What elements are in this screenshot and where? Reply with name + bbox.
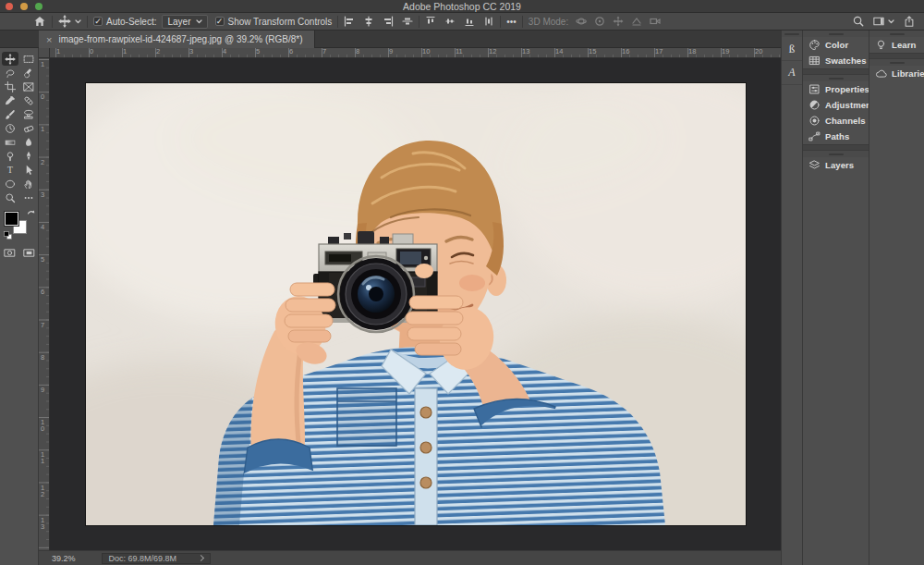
3d-orbit-icon[interactable] xyxy=(576,16,587,27)
panel-channels[interactable]: Channels xyxy=(803,113,869,129)
move-tool-preset[interactable] xyxy=(58,15,81,28)
horizontal-ruler[interactable]: 101234567891011121314151617181920 xyxy=(50,48,781,58)
color-swatches xyxy=(2,210,37,241)
tool-move[interactable] xyxy=(2,52,18,66)
tool-ellipse-shape[interactable] xyxy=(2,177,18,190)
3d-pan-icon[interactable] xyxy=(613,16,624,27)
v-ruler-label: 5 xyxy=(41,256,44,263)
align-right-edges-icon[interactable] xyxy=(383,16,394,27)
dock-grip[interactable] xyxy=(869,59,924,66)
tool-panel: T xyxy=(0,48,39,565)
status-chevron-icon[interactable] xyxy=(197,555,203,561)
dodge-tool-icon xyxy=(5,151,16,162)
3d-roll-icon[interactable] xyxy=(594,16,605,27)
canvas-document[interactable] xyxy=(86,83,746,525)
tool-gradient[interactable] xyxy=(2,135,18,149)
tool-dodge[interactable] xyxy=(2,149,18,163)
tool-lasso[interactable] xyxy=(2,66,18,80)
tool-brush[interactable] xyxy=(2,107,18,121)
ellipse-tool-icon xyxy=(5,178,16,190)
share-icon[interactable] xyxy=(904,16,915,27)
home-button[interactable] xyxy=(33,15,46,28)
dock-grip[interactable] xyxy=(782,31,802,37)
tool-edit-toolbar[interactable] xyxy=(20,190,37,204)
v-ruler-label: 1 xyxy=(41,61,44,68)
auto-select-target-dropdown[interactable]: Layer xyxy=(162,15,207,29)
panel-character[interactable]: A xyxy=(782,61,802,85)
pasteboard[interactable] xyxy=(50,58,781,550)
distribute-bottom-edges-icon[interactable] xyxy=(464,16,475,27)
dock-grip[interactable] xyxy=(803,151,869,157)
collapsed-icon-strip: ß A xyxy=(781,31,802,565)
align-horizontal-centers-icon[interactable] xyxy=(363,16,374,27)
clone-stamp-tool-icon xyxy=(23,109,34,120)
tool-clone-stamp[interactable] xyxy=(20,107,37,121)
tool-zoom[interactable] xyxy=(2,190,18,204)
tool-blur[interactable] xyxy=(20,135,37,149)
crop-tool-icon xyxy=(5,81,16,92)
tool-eyedropper[interactable] xyxy=(2,93,18,107)
dock-grip[interactable] xyxy=(803,31,869,37)
panel-layers[interactable]: Layers xyxy=(803,157,869,173)
h-ruler-label: 13 xyxy=(522,48,529,55)
zoom-level-field[interactable]: 39.2% xyxy=(52,554,76,563)
panel-glyphs[interactable]: ß xyxy=(782,37,802,61)
screen-mode-icon[interactable] xyxy=(23,247,35,259)
channels-panel-icon xyxy=(808,115,821,127)
document-tab[interactable]: × image-from-rawpixel-id-424687-jpeg.jpg… xyxy=(39,31,315,48)
dock-grip[interactable] xyxy=(869,31,924,37)
distribute-vertical-centers-icon[interactable] xyxy=(444,16,456,27)
tool-history-brush[interactable] xyxy=(2,121,18,135)
3d-camera-icon[interactable] xyxy=(650,16,661,27)
panel-color[interactable]: Color xyxy=(803,37,869,53)
tool-type[interactable]: T xyxy=(2,163,18,177)
swap-colors-icon[interactable] xyxy=(27,210,35,218)
tool-pen[interactable] xyxy=(20,149,37,163)
tool-path-selection[interactable] xyxy=(20,163,37,177)
tool-rectangular-marquee[interactable] xyxy=(20,52,37,66)
distribute-horizontal-centers-icon[interactable] xyxy=(483,16,494,27)
foreground-color-swatch[interactable] xyxy=(5,212,18,226)
distribute-top-edges-icon[interactable] xyxy=(425,16,436,27)
panel-learn[interactable]: Learn xyxy=(869,37,924,53)
traffic-lights xyxy=(6,3,43,10)
vertical-ruler[interactable]: 101234567891 01 11 21 31 4 xyxy=(39,58,50,550)
h-ruler-label: 11 xyxy=(456,48,463,55)
tool-spot-healing-brush[interactable] xyxy=(20,93,37,107)
3d-slide-icon[interactable] xyxy=(631,16,642,27)
panel-paths[interactable]: Paths xyxy=(803,129,869,144)
tab-close-icon[interactable]: × xyxy=(46,34,52,45)
panel-adjustments[interactable]: Adjustments xyxy=(803,97,869,113)
quick-selection-tool-icon xyxy=(23,68,34,79)
tool-crop[interactable] xyxy=(2,80,18,93)
auto-select-checkbox[interactable]: ✓ Auto-Select: xyxy=(93,17,156,27)
close-window-button[interactable] xyxy=(6,3,13,10)
align-vertical-centers-icon[interactable] xyxy=(402,16,413,27)
align-left-edges-icon[interactable] xyxy=(344,16,355,27)
document-sizes[interactable]: Doc: 69.8M/69.8M xyxy=(102,553,211,564)
h-ruler-label: 18 xyxy=(688,48,696,55)
tool-quick-selection[interactable] xyxy=(20,66,37,80)
panel-libraries[interactable]: Libraries xyxy=(869,66,924,81)
align-overflow-button[interactable]: ••• xyxy=(506,17,517,27)
side-panel-column: Learn Libraries xyxy=(869,31,924,565)
dock-grip[interactable] xyxy=(803,75,869,81)
tool-eraser[interactable] xyxy=(20,121,37,135)
ruler-origin-corner[interactable] xyxy=(39,48,50,58)
tool-hand[interactable] xyxy=(20,177,37,190)
h-ruler-label: 6 xyxy=(289,48,293,55)
zoom-window-button[interactable] xyxy=(35,3,43,10)
status-bar: 39.2% Doc: 69.8M/69.8M xyxy=(39,550,781,565)
minimize-window-button[interactable] xyxy=(20,3,28,10)
quick-mask-mode-icon[interactable] xyxy=(4,247,16,259)
healing-brush-tool-icon xyxy=(23,95,34,106)
search-icon[interactable] xyxy=(853,16,864,27)
workspace-switcher[interactable] xyxy=(873,16,894,27)
show-transform-checkbox[interactable]: ✓ Show Transform Controls xyxy=(215,17,333,27)
home-icon xyxy=(33,15,46,28)
default-colors-icon[interactable] xyxy=(4,231,12,240)
panel-swatches[interactable]: Swatches xyxy=(803,53,869,68)
panel-properties[interactable]: Properties xyxy=(803,81,869,97)
marquee-tool-icon xyxy=(23,54,34,65)
tool-frame[interactable] xyxy=(20,80,37,93)
